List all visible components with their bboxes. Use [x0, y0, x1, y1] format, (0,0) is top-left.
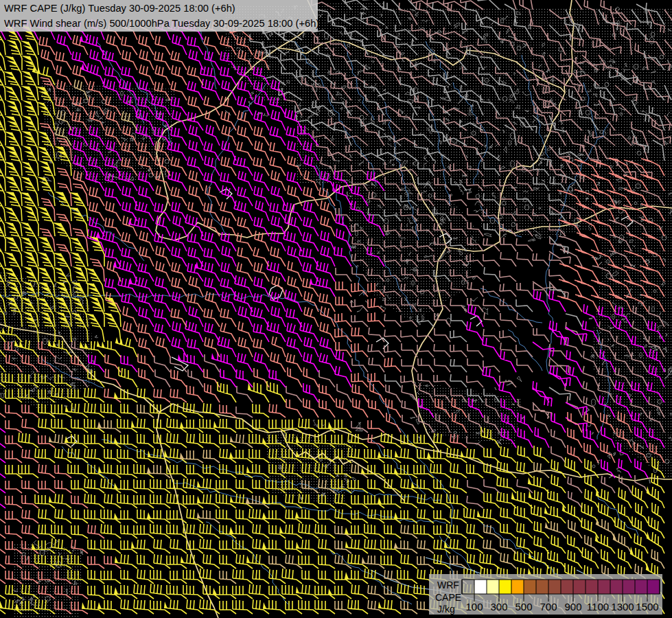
svg-text:1300: 1300 [611, 601, 634, 613]
svg-text:CAPE: CAPE [435, 592, 461, 603]
svg-text:WRF CAPE (J/kg) Tuesday 30-09-: WRF CAPE (J/kg) Tuesday 30-09-2025 18:00… [4, 3, 235, 14]
svg-text:J/kg: J/kg [437, 604, 455, 615]
svg-text:500: 500 [515, 601, 532, 613]
svg-text:700: 700 [540, 601, 557, 613]
svg-text:1500: 1500 [636, 601, 658, 613]
svg-text:1100: 1100 [587, 601, 609, 613]
svg-text:WRF: WRF [437, 580, 459, 591]
svg-text:900: 900 [564, 601, 581, 613]
svg-text:300: 300 [490, 601, 507, 613]
svg-text:WRF Wind shear (m/s) 500/1000h: WRF Wind shear (m/s) 500/1000hPa Tuesday… [4, 18, 319, 29]
svg-text:100: 100 [465, 601, 483, 613]
